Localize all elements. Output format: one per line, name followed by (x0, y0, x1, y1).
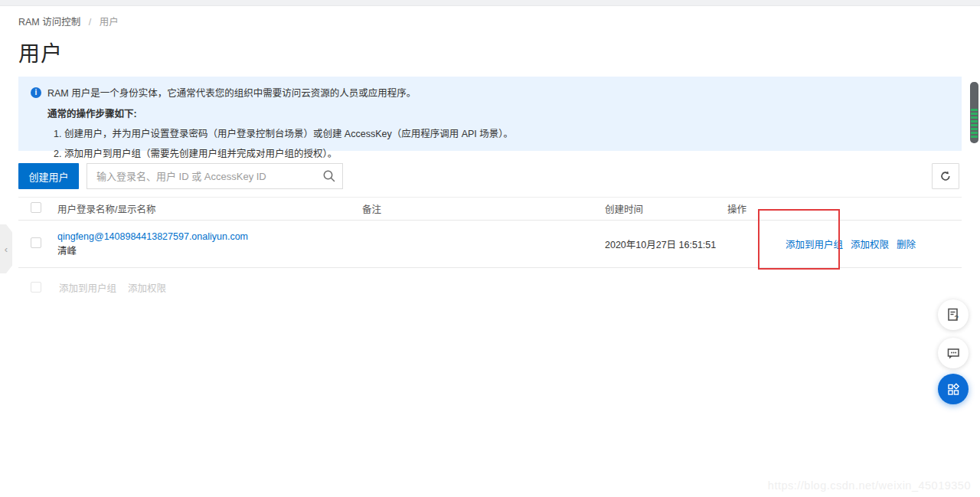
survey-icon: ? (946, 307, 961, 322)
create-user-button[interactable]: 创建用户 (18, 163, 79, 189)
breadcrumb-separator: / (89, 17, 91, 28)
breadcrumb-current: 用户 (100, 17, 119, 28)
search-box (87, 163, 343, 189)
search-input[interactable] (87, 164, 316, 188)
user-login-link[interactable]: qingfeng@1408984413827597.onaliyun.com (57, 230, 362, 244)
toolbar: 创建用户 (18, 163, 962, 189)
cell-created: 2020年10月27日 16:51:51 (605, 237, 727, 251)
batch-add-permission: 添加权限 (128, 280, 166, 295)
sidebar-collapse-handle[interactable]: ‹ (0, 224, 12, 273)
action-add-to-group[interactable]: 添加到用户组 (786, 237, 843, 251)
svg-text:?: ? (955, 314, 959, 322)
banner-step-1: 1. 创建用户，并为用户设置登录密码（用户登录控制台场景）或创建 AccessK… (54, 126, 949, 140)
watermark: https://blog.csdn.net/weixin_45019350 (768, 479, 971, 492)
header-created: 创建时间 (605, 201, 727, 216)
banner-step-2: 2. 添加用户到用户组（需要先创建用户组并完成对用户组的授权）。 (54, 146, 949, 160)
apps-button[interactable] (938, 374, 969, 404)
banner-intro-text: RAM 用户是一个身份实体，它通常代表您的组织中需要访问云资源的人员或应用程序。 (47, 85, 416, 100)
header-remark: 备注 (362, 201, 605, 216)
ram-users-page: RAM 访问控制 / 用户 用户 i RAM 用户是一个身份实体，它通常代表您的… (0, 0, 980, 497)
action-add-permission[interactable]: 添加权限 (851, 237, 889, 251)
apps-icon (946, 381, 961, 397)
row-checkbox[interactable] (31, 237, 41, 248)
header-actions: 操作 (727, 201, 962, 216)
user-display-name: 清峰 (57, 244, 362, 259)
breadcrumb: RAM 访问控制 / 用户 (18, 14, 119, 28)
scrollbar-thumb[interactable] (970, 82, 978, 143)
feedback-button[interactable] (938, 338, 969, 368)
info-icon: i (31, 87, 41, 98)
search-icon[interactable] (316, 164, 342, 188)
survey-button[interactable]: ? (938, 299, 969, 330)
chevron-left-icon: ‹ (5, 244, 8, 255)
scrollbar-stripes (971, 109, 978, 138)
banner-steps-title: 通常的操作步骤如下: (47, 106, 949, 120)
batch-action-bar: 添加到用户组 添加权限 (18, 276, 166, 299)
feedback-icon (946, 345, 961, 361)
select-all-checkbox[interactable] (31, 202, 41, 213)
info-banner: i RAM 用户是一个身份实体，它通常代表您的组织中需要访问云资源的人员或应用程… (18, 77, 962, 151)
top-strip (0, 0, 980, 6)
breadcrumb-ram-link[interactable]: RAM 访问控制 (18, 17, 80, 28)
table-header-row: 用户登录名称/显示名称 备注 创建时间 操作 (18, 197, 962, 221)
batch-add-to-group: 添加到用户组 (59, 280, 116, 295)
refresh-icon (939, 170, 952, 182)
refresh-button[interactable] (932, 163, 959, 189)
page-title: 用户 (18, 37, 63, 67)
users-table: 用户登录名称/显示名称 备注 创建时间 操作 qingfeng@14089844… (18, 197, 962, 268)
header-name: 用户登录名称/显示名称 (57, 201, 362, 216)
batch-select-checkbox (31, 282, 41, 293)
table-row: qingfeng@1408984413827597.onaliyun.com 清… (18, 221, 962, 268)
action-delete[interactable]: 删除 (897, 237, 916, 251)
